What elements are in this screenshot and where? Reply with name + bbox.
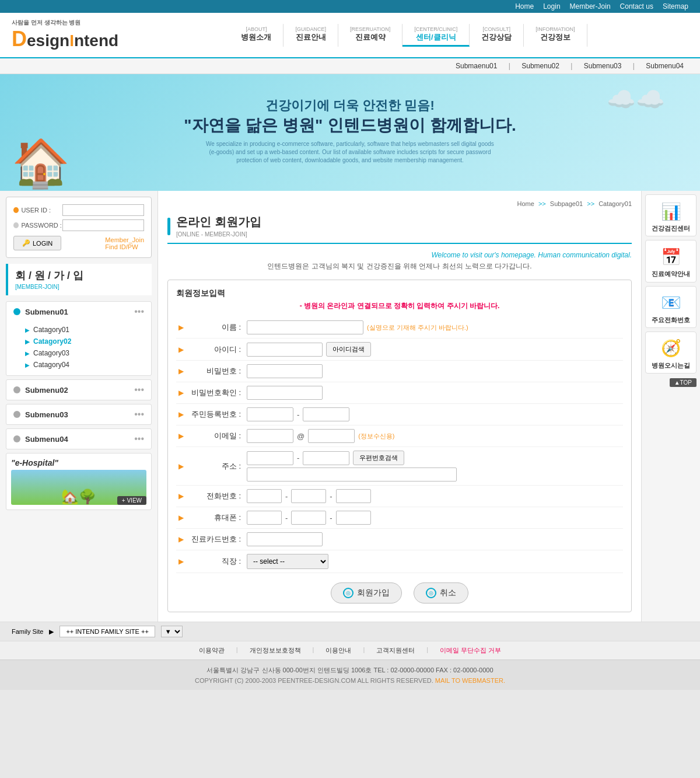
e-hospital-view-btn[interactable]: + VIEW	[117, 496, 146, 505]
subnav-item-1[interactable]: Submaenu01	[456, 62, 497, 70]
form-row-name: ▶ 이름 : (실명으로 기재해 주시기 바랍니다.)	[176, 317, 623, 339]
userid-label: USER ID :	[21, 207, 62, 214]
submit-button[interactable]: ◎ 회원가입	[331, 582, 402, 603]
cancel-button[interactable]: ◎ 취소	[414, 582, 468, 603]
phone-input-3[interactable]	[336, 489, 371, 503]
directions-icon: 🧭	[649, 336, 692, 361]
submenu-header-3[interactable]: Submenu03 •••	[6, 404, 151, 424]
nav-information[interactable]: [INFORMATION] 건강정보	[524, 24, 587, 47]
topnav-contact[interactable]: Contact us	[620, 2, 653, 11]
sidebar-item-cat1[interactable]: ▶ Catagory01	[25, 324, 151, 336]
zipcode-input-1[interactable]	[247, 451, 293, 465]
breadcrumb: Home >> Subpage01 >> Catagory01	[167, 200, 632, 207]
password-input[interactable]	[62, 219, 144, 231]
mobile-input-2[interactable]	[291, 511, 326, 525]
nav-center[interactable]: [CENTER/CLINIC] 센터/클리닉	[402, 24, 470, 47]
login-button[interactable]: 🔑 LOGIN	[13, 236, 61, 250]
footer-links: 이용약관 | 개인정보보호정책 | 이용안내 | 고객지원센터 | 이메일 무단…	[0, 641, 700, 660]
zipcode-search-button[interactable]: 우편번호검색	[353, 451, 404, 465]
back-top-button[interactable]: ▲TOP	[670, 378, 696, 387]
cancel-icon: ◎	[426, 588, 436, 598]
card-input[interactable]	[247, 532, 323, 546]
label-card: 진료카드번호 :	[188, 534, 241, 545]
right-btn-health[interactable]: 📊 건강검진센터	[645, 194, 696, 236]
address-detail-input[interactable]	[247, 468, 457, 482]
name-input[interactable]	[247, 320, 363, 334]
email-local-input[interactable]	[247, 429, 293, 443]
form-row-mobile: ▶ 휴대폰 : - -	[176, 507, 623, 529]
password-confirm-input[interactable]	[247, 386, 323, 400]
zipcode-input-2[interactable]	[303, 451, 349, 465]
subnav-item-3[interactable]: Submenu03	[584, 62, 622, 70]
row-arrow-icon: ▶	[178, 410, 184, 418]
submenu-block-3: Submenu03 •••	[6, 404, 152, 425]
member-join-link[interactable]: Member_Join	[105, 236, 144, 243]
label-password: 비밀번호 :	[188, 366, 241, 376]
ssn-input-2[interactable]	[303, 407, 349, 421]
nav-reservation[interactable]: [RESERUATION] 진료예약	[338, 24, 402, 47]
submenu-block-1: Submenu01 ••• ▶ Catagory01 ▶ Catagory02 …	[6, 301, 152, 376]
topnav-login[interactable]: Login	[543, 2, 560, 11]
userid-input[interactable]	[62, 204, 144, 216]
topnav-member-join[interactable]: Member-Join	[570, 2, 611, 11]
form-row-ssn: ▶ 주민등록번호 : -	[176, 404, 623, 425]
arrow-icon: ▶	[25, 362, 30, 368]
ssn-input-1[interactable]	[247, 407, 293, 421]
family-site-button[interactable]: ++ INTEND FAMILY SITE ++	[60, 626, 155, 637]
row-arrow-icon: ▶	[178, 535, 184, 543]
card-fields	[247, 532, 621, 546]
id-fields: 아이디검색	[247, 342, 621, 357]
right-btn-directions[interactable]: 🧭 병원오시는길	[645, 332, 696, 374]
phone-input-2[interactable]	[291, 489, 326, 503]
right-btn-reservation[interactable]: 📅 진료예약안내	[645, 240, 696, 282]
nav-guidance[interactable]: [GUIDANCE] 진료안내	[284, 24, 338, 47]
sidebar-item-cat3[interactable]: ▶ Catagory03	[25, 347, 151, 359]
right-btn-phone[interactable]: 📧 주요전화번호	[645, 286, 696, 328]
arrow-icon: ▶	[25, 339, 30, 345]
mobile-input-1[interactable]	[247, 511, 282, 525]
id-search-button[interactable]: 아이디검색	[326, 342, 371, 357]
password-input[interactable]	[247, 364, 323, 378]
mobile-input-3[interactable]	[336, 511, 371, 525]
center-content: Home >> Subpage01 >> Catagory01 온라인 회원가입…	[158, 191, 642, 622]
label-password-confirm: 비밀번호확인 :	[188, 388, 241, 398]
breadcrumb-sub[interactable]: Subpage01	[550, 200, 583, 207]
email-domain-input[interactable]	[308, 429, 355, 443]
form-row-address: ▶ 주소 : - 우편번호검색	[176, 447, 623, 486]
family-site-select[interactable]: ▼	[161, 626, 183, 637]
nav-about[interactable]: [ABOUT] 병원소개	[229, 24, 284, 47]
title-bar-decoration	[167, 218, 170, 235]
id-input[interactable]	[247, 343, 323, 357]
footer-link-guide[interactable]: 이용안내	[326, 646, 351, 655]
page-title-sub: [ONLINE - MEMBER-JOIN]	[176, 231, 247, 238]
subnav-item-4[interactable]: Submenu04	[646, 62, 684, 70]
sidebar-item-cat4[interactable]: ▶ Catagory04	[25, 359, 151, 371]
label-name: 이름 :	[188, 322, 241, 333]
password-field: PASSWORD :	[13, 219, 144, 231]
page-title-text: 온라인 회원가입 [ONLINE - MEMBER-JOIN]	[176, 214, 261, 238]
subnav-item-2[interactable]: Submenu02	[522, 62, 559, 70]
submenu-header-1[interactable]: Submenu01 •••	[6, 302, 151, 322]
breadcrumb-home[interactable]: Home	[517, 200, 534, 207]
topnav-sitemap[interactable]: Sitemap	[663, 2, 688, 11]
find-idpw-link[interactable]: Find ID/PW	[105, 243, 144, 250]
row-arrow-icon: ▶	[178, 323, 184, 332]
phone-input-1[interactable]	[247, 489, 282, 503]
footer-link-terms[interactable]: 이용약관	[199, 646, 225, 655]
footer-mail-link[interactable]: MAIL TO WEBMASTER.	[435, 677, 505, 684]
form-row-card: ▶ 진료카드번호 :	[176, 529, 623, 550]
sidebar-item-cat2[interactable]: ▶ Catagory02	[25, 336, 151, 347]
footer-link-privacy[interactable]: 개인정보보호정책	[250, 646, 301, 655]
footer-link-nospam[interactable]: 이메일 무단수집 거부	[440, 646, 501, 655]
submenu-header-2[interactable]: Submenu02 •••	[6, 380, 151, 400]
workplace-select[interactable]: -- select --	[247, 554, 328, 569]
submenu-header-4[interactable]: Submenu04 •••	[6, 429, 151, 449]
label-workplace: 직장 :	[188, 556, 241, 567]
ssn-fields: -	[247, 407, 621, 421]
sidebar: USER ID : PASSWORD : 🔑 LOGIN Member_Join…	[0, 191, 158, 622]
footer-link-support[interactable]: 고객지원센터	[376, 646, 415, 655]
topnav-home[interactable]: Home	[515, 2, 534, 11]
breadcrumb-cat[interactable]: Catagory01	[598, 200, 632, 207]
form-section: 회원정보입력 - 병원의 온라인과 연결되므로 정확히 입력하여 주시기 바랍니…	[167, 280, 632, 612]
nav-consult[interactable]: [CONSULT] 건강상담	[470, 24, 524, 47]
